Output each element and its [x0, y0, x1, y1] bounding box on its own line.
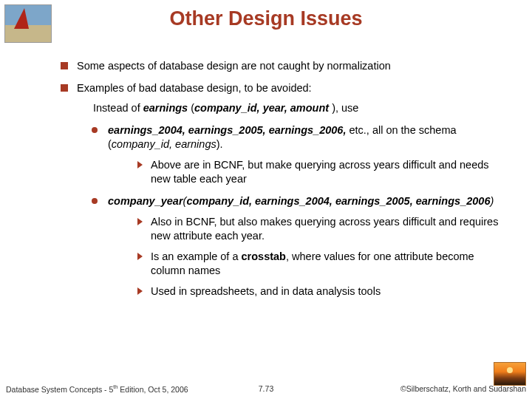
sub-bullet-2-1: Also in BCNF, but also makes querying ac… — [137, 215, 504, 244]
slide-title: Other Design Issues — [0, 7, 532, 30]
content-area: Some aspects of database design are not … — [61, 59, 504, 306]
s1-c: company_id, earnings — [112, 138, 216, 150]
s2-sub2-a: Is an example of a — [151, 250, 242, 262]
bullet-1-text: Some aspects of database design are not … — [77, 60, 391, 72]
sub-bullet-2-3: Used in spreadsheets, and in data analys… — [137, 284, 504, 299]
intro-a: Instead of — [93, 102, 143, 114]
s2-c: company_id, earnings_2004, earnings_2005… — [186, 195, 490, 207]
intro-e: ), use — [329, 102, 358, 114]
bullet-2-intro: Instead of earnings (company_id, year, a… — [93, 101, 504, 116]
bullet-1: Some aspects of database design are not … — [61, 59, 504, 74]
s1-a: earnings_2004, earnings_2005, earnings_2… — [108, 124, 346, 136]
bullet-2: Examples of bad database design, to be a… — [61, 81, 504, 299]
logo-bottom — [494, 362, 526, 386]
s1-d: ). — [216, 138, 223, 150]
s1-sub-text: Above are in BCNF, but make querying acr… — [151, 159, 489, 185]
intro-d: company_id, year, amount — [194, 102, 329, 114]
s2-sub2-b: crosstab — [242, 250, 286, 262]
s2-a: company_year — [108, 195, 183, 207]
intro-b: earnings — [143, 102, 188, 114]
s2-sub1-text: Also in BCNF, but also makes querying ac… — [151, 216, 498, 242]
intro-c: ( — [188, 102, 194, 114]
s2-d: ) — [490, 195, 494, 207]
s2-sub3-text: Used in spreadsheets, and in data analys… — [151, 285, 381, 297]
footer-right: ©Silberschatz, Korth and Sudarshan — [400, 384, 526, 393]
sub-bullet-2: company_year(company_id, earnings_2004, … — [92, 194, 504, 299]
slide: Other Design Issues Some aspects of data… — [0, 0, 532, 399]
sub-bullet-1-1: Above are in BCNF, but make querying acr… — [137, 158, 504, 187]
sunset-icon — [507, 367, 513, 373]
sub-bullet-1: earnings_2004, earnings_2005, earnings_2… — [92, 123, 504, 187]
bullet-2-text: Examples of bad database design, to be a… — [77, 82, 312, 94]
sub-bullet-2-2: Is an example of a crosstab, where value… — [137, 250, 504, 279]
